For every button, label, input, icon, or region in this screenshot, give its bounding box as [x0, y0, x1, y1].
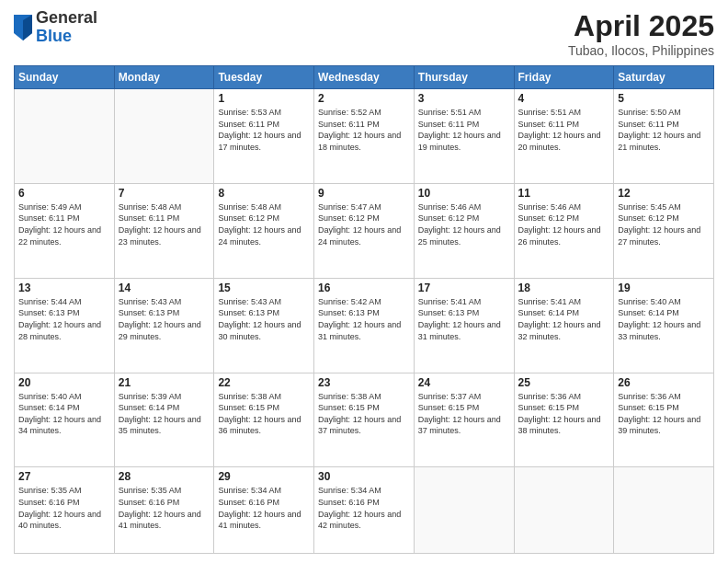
- calendar-title: April 2025: [568, 9, 714, 43]
- day-number: 21: [119, 376, 210, 389]
- header-thursday: Thursday: [414, 66, 514, 89]
- calendar-cell: 23Sunrise: 5:38 AMSunset: 6:15 PMDayligh…: [314, 373, 415, 467]
- calendar-row: 27Sunrise: 5:35 AMSunset: 6:16 PMDayligh…: [15, 467, 714, 554]
- day-info: Sunrise: 5:51 AMSunset: 6:11 PMDaylight:…: [518, 107, 610, 153]
- calendar-cell: 28Sunrise: 5:35 AMSunset: 6:16 PMDayligh…: [114, 467, 214, 554]
- day-number: 22: [218, 376, 310, 389]
- day-number: 25: [518, 376, 610, 389]
- calendar-cell: 9Sunrise: 5:47 AMSunset: 6:12 PMDaylight…: [314, 183, 415, 278]
- day-number: 26: [618, 376, 710, 389]
- calendar-cell: 20Sunrise: 5:40 AMSunset: 6:14 PMDayligh…: [15, 373, 115, 467]
- logo-icon: [14, 15, 32, 40]
- day-info: Sunrise: 5:49 AMSunset: 6:11 PMDaylight:…: [18, 201, 110, 247]
- day-number: 12: [618, 187, 710, 200]
- logo-blue: Blue: [36, 28, 97, 46]
- day-number: 28: [119, 470, 210, 483]
- calendar-cell: 30Sunrise: 5:34 AMSunset: 6:16 PMDayligh…: [314, 467, 415, 554]
- day-number: 29: [218, 470, 310, 483]
- day-info: Sunrise: 5:35 AMSunset: 6:16 PMDaylight:…: [18, 485, 110, 531]
- day-info: Sunrise: 5:52 AMSunset: 6:11 PMDaylight:…: [318, 107, 410, 153]
- day-info: Sunrise: 5:36 AMSunset: 6:15 PMDaylight:…: [518, 391, 610, 437]
- day-info: Sunrise: 5:39 AMSunset: 6:14 PMDaylight:…: [119, 391, 210, 437]
- day-number: 10: [418, 187, 510, 200]
- day-info: Sunrise: 5:43 AMSunset: 6:13 PMDaylight:…: [119, 296, 210, 342]
- page: General Blue April 2025 Tubao, Ilocos, P…: [0, 0, 728, 563]
- day-number: 5: [618, 92, 710, 105]
- day-info: Sunrise: 5:34 AMSunset: 6:16 PMDaylight:…: [218, 485, 310, 531]
- day-info: Sunrise: 5:42 AMSunset: 6:13 PMDaylight:…: [318, 296, 410, 342]
- day-number: 15: [218, 282, 310, 294]
- day-number: 17: [418, 282, 510, 294]
- day-info: Sunrise: 5:47 AMSunset: 6:12 PMDaylight:…: [318, 201, 410, 247]
- calendar-cell: 16Sunrise: 5:42 AMSunset: 6:13 PMDayligh…: [314, 278, 415, 373]
- header-wednesday: Wednesday: [314, 66, 415, 89]
- day-info: Sunrise: 5:53 AMSunset: 6:11 PMDaylight:…: [218, 107, 310, 153]
- day-number: 18: [518, 282, 610, 294]
- day-info: Sunrise: 5:34 AMSunset: 6:16 PMDaylight:…: [318, 485, 410, 531]
- day-info: Sunrise: 5:48 AMSunset: 6:11 PMDaylight:…: [119, 201, 210, 247]
- day-info: Sunrise: 5:51 AMSunset: 6:11 PMDaylight:…: [418, 107, 510, 153]
- header-friday: Friday: [514, 66, 614, 89]
- calendar-cell: [15, 89, 115, 184]
- calendar-cell: [114, 89, 214, 184]
- day-info: Sunrise: 5:45 AMSunset: 6:12 PMDaylight:…: [618, 201, 710, 247]
- day-info: Sunrise: 5:37 AMSunset: 6:15 PMDaylight:…: [418, 391, 510, 437]
- calendar-cell: 11Sunrise: 5:46 AMSunset: 6:12 PMDayligh…: [514, 183, 614, 278]
- day-info: Sunrise: 5:46 AMSunset: 6:12 PMDaylight:…: [518, 201, 610, 247]
- day-number: 14: [119, 282, 210, 294]
- calendar-cell: 7Sunrise: 5:48 AMSunset: 6:11 PMDaylight…: [114, 183, 214, 278]
- calendar-cell: 24Sunrise: 5:37 AMSunset: 6:15 PMDayligh…: [414, 373, 514, 467]
- calendar-cell: 26Sunrise: 5:36 AMSunset: 6:15 PMDayligh…: [614, 373, 714, 467]
- calendar-cell: 6Sunrise: 5:49 AMSunset: 6:11 PMDaylight…: [15, 183, 115, 278]
- calendar-cell: 3Sunrise: 5:51 AMSunset: 6:11 PMDaylight…: [414, 89, 514, 184]
- header-sunday: Sunday: [15, 66, 115, 89]
- day-info: Sunrise: 5:43 AMSunset: 6:13 PMDaylight:…: [218, 296, 310, 342]
- day-number: 24: [418, 376, 510, 389]
- calendar-cell: 29Sunrise: 5:34 AMSunset: 6:16 PMDayligh…: [214, 467, 314, 554]
- day-info: Sunrise: 5:41 AMSunset: 6:14 PMDaylight:…: [518, 296, 610, 342]
- calendar-cell: [514, 467, 614, 554]
- calendar-cell: 1Sunrise: 5:53 AMSunset: 6:11 PMDaylight…: [214, 89, 314, 184]
- day-info: Sunrise: 5:38 AMSunset: 6:15 PMDaylight:…: [218, 391, 310, 437]
- day-number: 9: [318, 187, 410, 200]
- day-number: 27: [18, 470, 110, 483]
- calendar-cell: 18Sunrise: 5:41 AMSunset: 6:14 PMDayligh…: [514, 278, 614, 373]
- day-info: Sunrise: 5:40 AMSunset: 6:14 PMDaylight:…: [618, 296, 710, 342]
- day-number: 8: [218, 187, 310, 200]
- day-info: Sunrise: 5:48 AMSunset: 6:12 PMDaylight:…: [218, 201, 310, 247]
- calendar-cell: 8Sunrise: 5:48 AMSunset: 6:12 PMDaylight…: [214, 183, 314, 278]
- logo-general: General: [36, 9, 97, 28]
- calendar-subtitle: Tubao, Ilocos, Philippines: [568, 43, 714, 58]
- header: General Blue April 2025 Tubao, Ilocos, P…: [14, 9, 714, 58]
- day-info: Sunrise: 5:38 AMSunset: 6:15 PMDaylight:…: [318, 391, 410, 437]
- calendar-cell: 25Sunrise: 5:36 AMSunset: 6:15 PMDayligh…: [514, 373, 614, 467]
- header-saturday: Saturday: [614, 66, 714, 89]
- calendar-header: Sunday Monday Tuesday Wednesday Thursday…: [15, 66, 714, 89]
- day-number: 1: [218, 92, 310, 105]
- weekday-row: Sunday Monday Tuesday Wednesday Thursday…: [15, 66, 714, 89]
- day-info: Sunrise: 5:44 AMSunset: 6:13 PMDaylight:…: [18, 296, 110, 342]
- header-monday: Monday: [114, 66, 214, 89]
- day-number: 13: [18, 282, 110, 294]
- calendar-cell: 27Sunrise: 5:35 AMSunset: 6:16 PMDayligh…: [15, 467, 115, 554]
- calendar-cell: 15Sunrise: 5:43 AMSunset: 6:13 PMDayligh…: [214, 278, 314, 373]
- calendar-cell: 10Sunrise: 5:46 AMSunset: 6:12 PMDayligh…: [414, 183, 514, 278]
- day-number: 11: [518, 187, 610, 200]
- day-number: 30: [318, 470, 410, 483]
- logo-text: General Blue: [36, 9, 97, 46]
- day-number: 3: [418, 92, 510, 105]
- calendar-row: 1Sunrise: 5:53 AMSunset: 6:11 PMDaylight…: [15, 89, 714, 184]
- calendar-cell: 19Sunrise: 5:40 AMSunset: 6:14 PMDayligh…: [614, 278, 714, 373]
- calendar-cell: [614, 467, 714, 554]
- calendar-cell: 21Sunrise: 5:39 AMSunset: 6:14 PMDayligh…: [114, 373, 214, 467]
- calendar-cell: 14Sunrise: 5:43 AMSunset: 6:13 PMDayligh…: [114, 278, 214, 373]
- day-info: Sunrise: 5:36 AMSunset: 6:15 PMDaylight:…: [618, 391, 710, 437]
- day-number: 2: [318, 92, 410, 105]
- day-number: 23: [318, 376, 410, 389]
- calendar-table: Sunday Monday Tuesday Wednesday Thursday…: [14, 65, 714, 554]
- day-number: 4: [518, 92, 610, 105]
- day-info: Sunrise: 5:41 AMSunset: 6:13 PMDaylight:…: [418, 296, 510, 342]
- calendar-cell: 22Sunrise: 5:38 AMSunset: 6:15 PMDayligh…: [214, 373, 314, 467]
- day-number: 20: [18, 376, 110, 389]
- day-info: Sunrise: 5:50 AMSunset: 6:11 PMDaylight:…: [618, 107, 710, 153]
